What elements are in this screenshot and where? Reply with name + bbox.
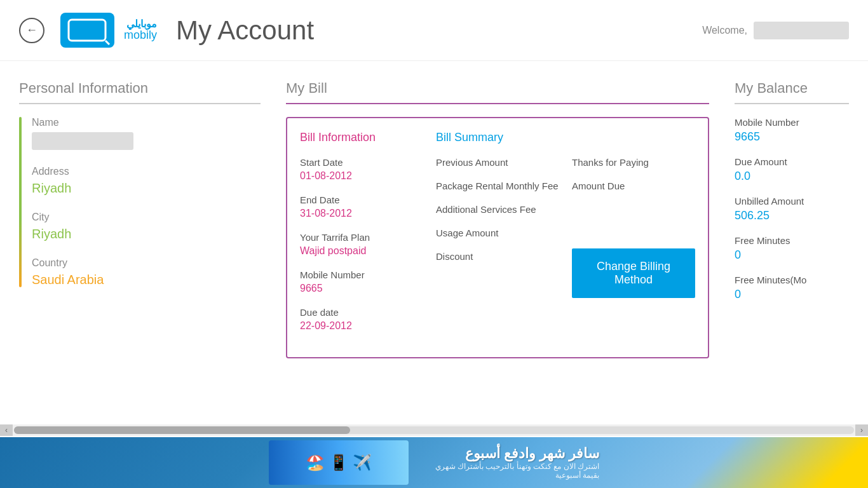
banner-sub-text: اشترك الان مع كنكت وتهنأ بالترحيب بأشترا… — [421, 462, 599, 480]
address-value: Riyadh — [32, 181, 261, 196]
back-button[interactable]: ← — [19, 18, 44, 43]
logo-english: mobily — [124, 29, 157, 42]
personal-info-wrapper: Name Address Riyadh City Riyadh Country … — [19, 117, 261, 287]
logo-arabic: موبايلي — [124, 18, 157, 30]
tarrifa-item: Your Tarrifa Plan Wajid postpaid — [300, 232, 423, 257]
balance-free-minutes-mo-value: 0 — [735, 288, 849, 301]
city-block: City Riyadh — [32, 212, 261, 241]
mobile-number-item: Mobile Number 9665 — [300, 269, 423, 294]
welcome-area: Welcome, — [702, 22, 849, 39]
my-balance-title: My Balance — [735, 80, 849, 104]
balance-free-minutes-label: Free Minutes — [735, 235, 849, 246]
welcome-name-box — [754, 22, 849, 39]
logo-area: موبايلي mobily — [57, 10, 157, 51]
scroll-right-button[interactable]: › — [855, 424, 868, 436]
city-label: City — [32, 212, 261, 223]
start-date-label: Start Date — [300, 157, 423, 168]
banner-content: سافر شهر وادفع أسبوع اشترك الان مع كنكت … — [269, 440, 599, 485]
previous-amount-item: Previous Amount — [436, 157, 559, 168]
banner-main-text: سافر شهر وادفع أسبوع — [421, 445, 599, 462]
bill-summary-header: Bill Summary — [436, 131, 559, 144]
end-date-value: 31-08-2012 — [300, 208, 423, 219]
personal-info-title: Personal Information — [19, 80, 261, 104]
scroll-left-button[interactable]: ‹ — [0, 424, 13, 436]
balance-free-minutes-mo-label: Free Minutes(Mo — [735, 274, 849, 285]
country-value: Saudi Arabia — [32, 273, 261, 287]
bottom-banner: سافر شهر وادفع أسبوع اشترك الان مع كنكت … — [0, 437, 868, 488]
discount-label: Discount — [436, 251, 559, 262]
welcome-label: Welcome, — [702, 25, 747, 36]
country-label: Country — [32, 257, 261, 269]
balance-mobile-number: Mobile Number 9665 — [735, 117, 849, 144]
balance-mobile-label: Mobile Number — [735, 117, 849, 128]
start-date-value: 01-08-2012 — [300, 170, 423, 182]
due-date-value: 22-09-2012 — [300, 320, 423, 332]
thanks-paying-label: Thanks for Paying — [572, 157, 695, 168]
additional-services-item: Additional Services Fee — [436, 204, 559, 215]
my-bill-title: My Bill — [286, 80, 709, 104]
my-balance-section: My Balance Mobile Number 9665 Due Amount… — [735, 80, 849, 416]
header: ← موبايلي mobily My Account Welcome, — [0, 0, 868, 61]
address-block: Address Riyadh — [32, 166, 261, 196]
discount-item: Discount — [436, 251, 559, 262]
bill-info-header: Bill Information — [300, 131, 423, 144]
amount-due-label: Amount Due — [572, 180, 695, 191]
mobily-logo — [57, 10, 118, 51]
back-icon: ← — [26, 24, 37, 37]
start-date-item: Start Date 01-08-2012 — [300, 157, 423, 182]
balance-unbilled: Unbilled Amount 506.25 — [735, 196, 849, 222]
balance-due-value: 0.0 — [735, 170, 849, 183]
end-date-item: End Date 31-08-2012 — [300, 194, 423, 219]
package-rental-item: Package Rental Monthly Fee — [436, 180, 559, 191]
balance-due-label: Due Amount — [735, 156, 849, 167]
scrollbar-area: ‹ › — [0, 424, 868, 436]
personal-info-section: Personal Information Name Address Riyadh… — [19, 80, 261, 416]
balance-mobile-value: 9665 — [735, 130, 849, 144]
banner-image — [269, 440, 409, 485]
due-date-item: Due date 22-09-2012 — [300, 307, 423, 332]
thanks-paying-item: Thanks for Paying — [572, 157, 695, 168]
usage-amount-item: Usage Amount — [436, 227, 559, 238]
page-title: My Account — [176, 15, 314, 46]
banner-text-area: سافر شهر وادفع أسبوع اشترك الان مع كنكت … — [421, 445, 599, 480]
main-content: Personal Information Name Address Riyadh… — [0, 61, 868, 435]
previous-amount-label: Previous Amount — [436, 157, 559, 168]
scroll-thumb — [14, 426, 350, 434]
bill-summary-col: Bill Summary Previous Amount Package Ren… — [436, 131, 559, 344]
mobile-number-value: 9665 — [300, 283, 423, 294]
bill-box: Bill Information Start Date 01-08-2012 E… — [286, 117, 709, 358]
my-bill-section: My Bill Bill Information Start Date 01-0… — [286, 80, 709, 416]
end-date-label: End Date — [300, 194, 423, 205]
address-label: Address — [32, 166, 261, 177]
name-value-box — [32, 132, 133, 150]
due-date-label: Due date — [300, 307, 423, 318]
tarrifa-value: Wajid postpaid — [300, 245, 423, 257]
bill-third-col: - Thanks for Paying Amount Due Change Bi… — [572, 131, 695, 344]
additional-services-label: Additional Services Fee — [436, 204, 559, 215]
balance-free-minutes-mo: Free Minutes(Mo 0 — [735, 274, 849, 301]
city-value: Riyadh — [32, 227, 261, 241]
bill-columns: Bill Information Start Date 01-08-2012 E… — [300, 131, 695, 344]
country-block: Country Saudi Arabia — [32, 257, 261, 287]
mobile-number-label: Mobile Number — [300, 269, 423, 280]
scroll-track[interactable] — [14, 426, 854, 434]
change-billing-button[interactable]: Change Billing Method — [572, 248, 695, 298]
name-label: Name — [32, 117, 261, 128]
bill-info-col: Bill Information Start Date 01-08-2012 E… — [300, 131, 423, 344]
tarrifa-label: Your Tarrifa Plan — [300, 232, 423, 243]
balance-unbilled-label: Unbilled Amount — [735, 196, 849, 207]
package-rental-label: Package Rental Monthly Fee — [436, 180, 559, 191]
usage-amount-label: Usage Amount — [436, 227, 559, 238]
balance-free-minutes: Free Minutes 0 — [735, 235, 849, 262]
balance-unbilled-value: 506.25 — [735, 209, 849, 222]
balance-due-amount: Due Amount 0.0 — [735, 156, 849, 183]
name-block: Name — [32, 117, 261, 150]
amount-due-item: Amount Due — [572, 180, 695, 191]
balance-free-minutes-value: 0 — [735, 248, 849, 262]
